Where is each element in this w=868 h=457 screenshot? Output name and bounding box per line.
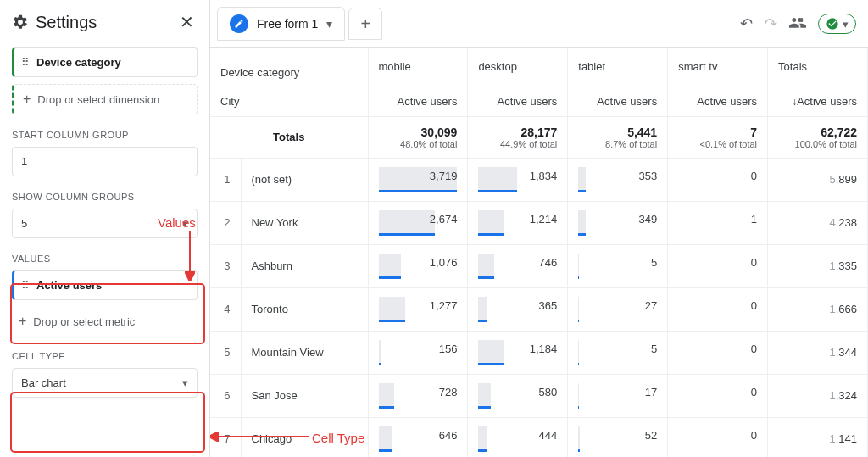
column-header[interactable]: desktop bbox=[468, 48, 568, 86]
metric-header[interactable]: Active users bbox=[668, 86, 768, 116]
values-section-label: VALUES bbox=[12, 254, 198, 264]
metric-cell: 0 bbox=[668, 374, 768, 417]
totals-row-label: Totals bbox=[210, 116, 368, 158]
start-column-group-label: START COLUMN GROUP bbox=[12, 130, 198, 140]
metric-cell: 0 bbox=[668, 331, 768, 374]
metric-header[interactable]: Active users bbox=[368, 86, 468, 116]
row-index: 5 bbox=[210, 331, 241, 374]
row-total: 5,899 bbox=[768, 158, 868, 201]
metric-cell: 728 bbox=[368, 374, 468, 417]
drop-label: Drop or select dimension bbox=[37, 93, 159, 106]
metric-header-sorted[interactable]: ↓Active users bbox=[768, 86, 868, 116]
metric-cell: 580 bbox=[468, 374, 568, 417]
metric-cell: 444 bbox=[468, 417, 568, 457]
metric-cell: 0 bbox=[668, 244, 768, 287]
metric-cell: 1 bbox=[668, 201, 768, 244]
status-pill[interactable]: ▾ bbox=[818, 14, 856, 34]
row-total: 1,141 bbox=[768, 417, 868, 457]
plus-icon: + bbox=[19, 315, 26, 328]
metric-cell: 1,834 bbox=[468, 158, 568, 201]
metric-cell: 746 bbox=[468, 244, 568, 287]
undo-icon[interactable]: ↶ bbox=[740, 14, 753, 33]
row-index: 1 bbox=[210, 158, 241, 201]
row-total: 1,335 bbox=[768, 244, 868, 287]
add-tab-button[interactable]: + bbox=[348, 8, 382, 40]
column-header[interactable]: smart tv bbox=[668, 48, 768, 86]
settings-sidebar: Settings ✕ ⠿ Device category + Drop or s… bbox=[0, 0, 210, 457]
drag-handle-icon: ⠿ bbox=[21, 56, 30, 69]
metric-cell: 0 bbox=[668, 287, 768, 331]
metric-cell: 0 bbox=[668, 158, 768, 201]
row-total: 1,666 bbox=[768, 287, 868, 331]
metric-cell: 365 bbox=[468, 287, 568, 331]
redo-icon[interactable]: ↷ bbox=[765, 14, 777, 33]
drag-handle-icon: ⠿ bbox=[21, 279, 30, 292]
metric-cell: 156 bbox=[368, 331, 468, 374]
row-total: 1,324 bbox=[768, 374, 868, 417]
share-icon[interactable] bbox=[789, 14, 806, 35]
table-row[interactable]: 5Mountain View1561,184501,344 bbox=[210, 331, 868, 374]
chevron-down-icon[interactable]: ▾ bbox=[326, 17, 332, 31]
column-header[interactable]: mobile bbox=[368, 48, 468, 86]
exploration-table: Device category mobile desktop tablet sm… bbox=[210, 48, 868, 457]
metric-cell: 27 bbox=[568, 287, 668, 331]
city-cell: (not set) bbox=[241, 158, 368, 201]
column-header[interactable]: Totals bbox=[768, 48, 868, 86]
city-cell: Ashburn bbox=[241, 244, 368, 287]
tab-free-form-1[interactable]: Free form 1 ▾ bbox=[217, 7, 345, 41]
row-total: 1,344 bbox=[768, 331, 868, 374]
close-icon[interactable]: ✕ bbox=[176, 8, 198, 36]
chevron-down-icon: ▾ bbox=[182, 217, 188, 230]
chevron-down-icon: ▾ bbox=[843, 18, 849, 31]
metric-cell: 349 bbox=[568, 201, 668, 244]
table-row[interactable]: 1(not set)3,7191,83435305,899 bbox=[210, 158, 868, 201]
table-row[interactable]: 2New York2,6741,21434914,238 bbox=[210, 201, 868, 244]
metric-cell: 0 bbox=[668, 417, 768, 457]
drop-label: Drop or select metric bbox=[33, 315, 135, 328]
metric-chip-active-users[interactable]: ⠿ Active users bbox=[12, 270, 198, 300]
chip-label: Device category bbox=[36, 56, 121, 69]
row-index: 6 bbox=[210, 374, 241, 417]
chevron-down-icon: ▾ bbox=[182, 376, 188, 389]
report-canvas: Free form 1 ▾ + ↶ ↷ ▾ bbox=[210, 0, 868, 457]
city-cell: Chicago bbox=[241, 417, 368, 457]
column-header[interactable]: tablet bbox=[568, 48, 668, 86]
metric-cell: 646 bbox=[368, 417, 468, 457]
table-row[interactable]: 3Ashburn1,076746501,335 bbox=[210, 244, 868, 287]
corner-header-city: City bbox=[210, 86, 368, 116]
row-total: 4,238 bbox=[768, 201, 868, 244]
metric-cell: 2,674 bbox=[368, 201, 468, 244]
plus-icon: + bbox=[23, 92, 31, 106]
show-column-groups-select[interactable]: 5 ▾ bbox=[12, 209, 198, 238]
drop-metric-slot[interactable]: + Drop or select metric bbox=[12, 307, 198, 336]
metric-header[interactable]: Active users bbox=[468, 86, 568, 116]
metric-cell: 52 bbox=[568, 417, 668, 457]
row-index: 7 bbox=[210, 417, 241, 457]
check-circle-icon bbox=[826, 17, 839, 31]
gear-icon bbox=[12, 14, 29, 31]
city-cell: New York bbox=[241, 201, 368, 244]
dimension-chip-device-category[interactable]: ⠿ Device category bbox=[12, 47, 198, 77]
table-row[interactable]: 7Chicago6464445201,141 bbox=[210, 417, 868, 457]
cell-type-label: CELL TYPE bbox=[12, 351, 198, 361]
metric-cell: 3,719 bbox=[368, 158, 468, 201]
table-row[interactable]: 4Toronto1,2773652701,666 bbox=[210, 287, 868, 331]
metric-cell: 1,277 bbox=[368, 287, 468, 331]
metric-cell: 5 bbox=[568, 244, 668, 287]
chip-label: Active users bbox=[36, 279, 102, 292]
city-cell: San Jose bbox=[241, 374, 368, 417]
settings-title: Settings bbox=[36, 13, 97, 32]
table-row[interactable]: 6San Jose7285801701,324 bbox=[210, 374, 868, 417]
corner-header-device: Device category bbox=[210, 48, 368, 86]
metric-header[interactable]: Active users bbox=[568, 86, 668, 116]
city-cell: Mountain View bbox=[241, 331, 368, 374]
drop-dimension-slot[interactable]: + Drop or select dimension bbox=[12, 84, 198, 114]
metric-cell: 17 bbox=[568, 374, 668, 417]
start-column-group-input[interactable]: 1 bbox=[12, 147, 198, 176]
city-cell: Toronto bbox=[241, 287, 368, 331]
cell-type-select[interactable]: Bar chart ▾ bbox=[12, 368, 198, 398]
row-index: 3 bbox=[210, 244, 241, 287]
row-index: 2 bbox=[210, 201, 241, 244]
show-column-groups-label: SHOW COLUMN GROUPS bbox=[12, 192, 198, 202]
metric-cell: 353 bbox=[568, 158, 668, 201]
